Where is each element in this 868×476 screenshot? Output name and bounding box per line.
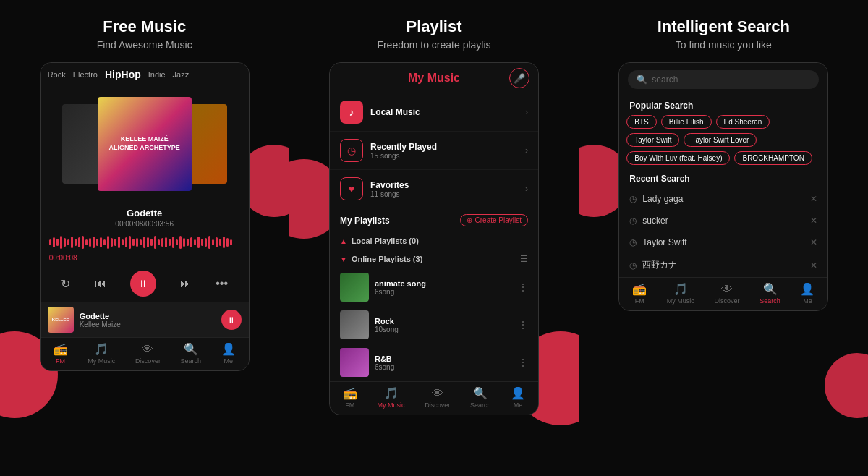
- playlist-item-0[interactable]: animate song 6song ⋮: [330, 268, 538, 306]
- nav3-me[interactable]: 👤 Me: [800, 282, 814, 305]
- search-input[interactable]: search: [652, 75, 678, 85]
- tag-brockhampton[interactable]: BROCKHAMPTON: [734, 151, 812, 165]
- tag-boywithluv[interactable]: Boy With Luv (feat. Halsey): [626, 151, 730, 165]
- pause-button[interactable]: ⏸: [130, 271, 156, 297]
- nav2-me[interactable]: 👤 Me: [511, 386, 525, 409]
- tag-taylover[interactable]: Taylor Swift Lover: [684, 133, 757, 147]
- recent-text-3: 西野カナ: [642, 259, 804, 271]
- wave-bar: [100, 237, 102, 247]
- wave-bar: [194, 239, 196, 245]
- nav-search[interactable]: 🔍 Search: [181, 342, 202, 365]
- waveform[interactable]: [41, 231, 249, 254]
- nav3-search[interactable]: 🔍 Search: [760, 282, 780, 305]
- online-playlists-header[interactable]: ▼ Online Playlists (3) ☰: [330, 250, 538, 268]
- local-music-title: Local Music: [370, 107, 525, 117]
- decorative-blob-5: [825, 353, 868, 418]
- wave-bar: [187, 239, 189, 246]
- nav3-mymusic[interactable]: 🎵 My Music: [667, 282, 694, 305]
- wave-bar: [114, 239, 116, 246]
- wave-bar: [67, 239, 69, 245]
- genre-indie[interactable]: Indie: [148, 70, 166, 79]
- wave-bar: [176, 239, 178, 245]
- nav-fm[interactable]: 📻 FM: [54, 342, 68, 365]
- nav-discover[interactable]: 👁 Discover: [135, 343, 161, 365]
- nav3-discover[interactable]: 👁 Discover: [715, 283, 740, 305]
- wave-bar: [161, 238, 163, 247]
- wave-bar: [132, 239, 135, 246]
- menu-recently-played[interactable]: ◷ Recently Played 15 songs ›: [330, 132, 538, 170]
- tag-ed[interactable]: Ed Sheeran: [716, 115, 770, 129]
- wave-bar: [165, 237, 167, 247]
- mymusic-icon: 🎵: [94, 342, 109, 356]
- nav-me[interactable]: 👤 Me: [221, 342, 236, 365]
- playlist-more-icon-1[interactable]: ⋮: [518, 319, 528, 331]
- tag-taylorswift[interactable]: Taylor Swift: [626, 133, 679, 147]
- genre-electro[interactable]: Electro: [73, 70, 98, 79]
- genre-hiphop[interactable]: HipHop: [105, 69, 141, 80]
- playlist-thumb-rock: [340, 310, 369, 339]
- create-playlist-button[interactable]: ⊕ Create Playlist: [460, 214, 528, 226]
- playlist-more-icon-0[interactable]: ⋮: [518, 281, 528, 293]
- mini-title: Godette: [80, 312, 216, 320]
- search-icon-2: 🔍: [473, 386, 488, 400]
- wave-bar: [212, 239, 214, 245]
- nav2-search-label: Search: [470, 401, 491, 409]
- recent-item-2[interactable]: ◷ Taylor Swift ✕: [619, 231, 827, 253]
- genre-tabs: Rock Electro HipHop Indie Jazz: [41, 63, 249, 86]
- nav2-fm[interactable]: 📻 FM: [343, 386, 357, 409]
- repeat-icon[interactable]: ↻: [61, 277, 70, 291]
- mic-button[interactable]: 🎤: [509, 68, 529, 88]
- search-bar: 🔍 search: [619, 63, 827, 96]
- nav2-search[interactable]: 🔍 Search: [470, 386, 491, 409]
- wave-bar: [125, 237, 127, 247]
- recent-item-3[interactable]: ◷ 西野カナ ✕: [619, 253, 827, 277]
- recent-close-icon-3[interactable]: ✕: [810, 260, 817, 271]
- nav-discover-label: Discover: [135, 357, 161, 365]
- wave-bar: [118, 237, 120, 248]
- recent-close-icon-0[interactable]: ✕: [810, 194, 817, 204]
- mini-pause-button[interactable]: ⏸: [221, 310, 242, 330]
- phone-screen-1: Rock Electro HipHop Indie Jazz KELLEE MA…: [40, 62, 250, 371]
- recent-close-icon-2[interactable]: ✕: [810, 237, 817, 247]
- nav3-fm[interactable]: 📻 FM: [632, 282, 647, 305]
- more-icon[interactable]: •••: [216, 277, 228, 290]
- current-time: 00:00:08: [41, 254, 249, 265]
- menu-favorites-text: Favorites 11 songs: [370, 180, 525, 198]
- nav3-me-label: Me: [803, 297, 812, 305]
- wave-bar: [205, 238, 207, 247]
- recent-item-0[interactable]: ◷ Lady gaga ✕: [619, 188, 827, 210]
- pause-icon: ⏸: [138, 278, 148, 289]
- playlist-item-2[interactable]: R&B 6song ⋮: [330, 344, 538, 381]
- menu-favorites[interactable]: ♥ Favorites 11 songs ›: [330, 170, 538, 208]
- menu-local-music[interactable]: ♪ Local Music ›: [330, 93, 538, 132]
- nav2-discover[interactable]: 👁 Discover: [425, 387, 450, 409]
- wave-bar: [122, 239, 124, 245]
- genre-jazz[interactable]: Jazz: [173, 70, 190, 79]
- recent-clock-icon-2: ◷: [629, 237, 637, 247]
- recent-item-1[interactable]: ◷ sucker ✕: [619, 210, 827, 231]
- recent-close-icon-1[interactable]: ✕: [810, 216, 817, 226]
- nav2-mymusic[interactable]: 🎵 My Music: [378, 386, 405, 409]
- recent-text-2: Taylor Swift: [642, 237, 804, 247]
- discover-icon-3: 👁: [721, 283, 733, 296]
- bottom-nav-2: 📻 FM 🎵 My Music 👁 Discover 🔍 Search 👤 Me: [330, 381, 538, 415]
- tag-bts[interactable]: BTS: [626, 115, 656, 129]
- wave-bar: [154, 236, 156, 249]
- online-playlists-group: ▼ Online Playlists (3) ☰ animate song 6s…: [330, 250, 538, 381]
- prev-icon[interactable]: ⏮: [95, 277, 106, 290]
- fm-icon: 📻: [54, 342, 68, 356]
- playlist-sub-2: 6song: [375, 363, 512, 371]
- playlist-title-1: Rock: [375, 317, 512, 326]
- local-playlists-header[interactable]: ▲ Local Playlists (0): [330, 232, 538, 250]
- genre-rock[interactable]: Rock: [48, 70, 66, 79]
- next-icon[interactable]: ⏭: [180, 277, 192, 290]
- playlist-item-1[interactable]: Rock 10song ⋮: [330, 306, 538, 344]
- nav3-mymusic-label: My Music: [667, 297, 694, 305]
- tag-billie[interactable]: Billie Eilish: [661, 115, 712, 129]
- nav-mymusic[interactable]: 🎵 My Music: [88, 342, 115, 365]
- playlist-more-icon-2[interactable]: ⋮: [518, 357, 528, 368]
- list-icon: ☰: [520, 254, 528, 264]
- search-input-wrap[interactable]: 🔍 search: [628, 70, 819, 89]
- wave-bar: [197, 237, 200, 248]
- recently-played-title: Recently Played: [370, 142, 525, 152]
